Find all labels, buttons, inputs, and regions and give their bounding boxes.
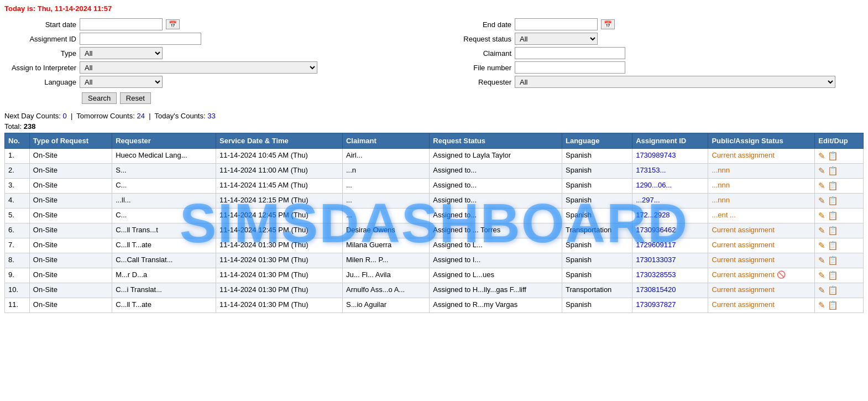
next-day-count[interactable]: 0 [63,112,67,120]
dup-icon[interactable]: 📋 [828,151,838,160]
current-assignment-link[interactable]: Current assignment [712,226,774,234]
table-row: 10.On-SiteC...i Translat...11-14-2024 01… [5,283,864,298]
cell-date: 11-14-2024 01:30 PM (Thu) [216,238,343,253]
cell-claimant: Arnulfo Ass...o A... [342,283,429,298]
reset-button[interactable]: Reset [120,92,151,104]
cell-assignment-id: 1729609117 [632,238,708,253]
edit-icon[interactable]: ✎ [818,270,825,280]
edit-icon[interactable]: ✎ [818,181,825,190]
search-button[interactable]: Search [82,92,117,104]
cell-type: On-Site [29,253,112,268]
end-date-input[interactable] [515,18,598,30]
end-date-label: End date [440,20,511,29]
requester-select[interactable]: All [515,76,835,88]
cell-no: 1. [5,149,30,164]
table-row: 8.On-SiteC...Call Translat...11-14-2024 … [5,253,864,268]
dup-icon[interactable]: 📋 [828,211,838,220]
current-assignment-link[interactable]: ...nnn [712,181,730,189]
type-label: Type [4,49,76,58]
assignment-id-input[interactable] [80,33,201,45]
cell-assignment-id: 1730328553 [632,268,708,283]
dup-icon[interactable]: 📋 [828,196,838,205]
dup-icon[interactable]: 📋 [828,241,838,250]
dup-icon[interactable]: 📋 [828,285,838,295]
cell-status: Assigned to L...ues [430,268,562,283]
table-row: 9.On-SiteM...r D...a11-14-2024 01:30 PM … [5,268,864,283]
cell-no: 3. [5,179,30,194]
table-container: SIMSDASHBOARD No. Type of Request Reques… [4,133,864,313]
start-date-label: Start date [4,20,76,29]
request-status-select[interactable]: All Assigned Pending [515,33,598,45]
cell-requester: ...ll... [112,194,216,209]
cell-language: Spanish [562,164,632,179]
current-assignment-link[interactable]: ...nnn [712,196,730,204]
edit-icon[interactable]: ✎ [818,300,825,310]
cell-edit-dup: ✎ 📋 [815,164,864,179]
today-count[interactable]: 33 [207,112,215,120]
assignment-id-row: Assignment ID [4,32,428,46]
col-type: Type of Request [29,133,112,149]
current-assignment-link[interactable]: Current assignment [712,151,774,159]
dup-icon[interactable]: 📋 [828,300,838,310]
current-assignment-link[interactable]: ...ent ... [712,211,735,219]
claimant-input[interactable] [515,47,625,59]
cell-requester: C...Call Translat... [112,253,216,268]
type-row: Type All On-Site Phone [4,46,428,60]
tomorrow-count[interactable]: 24 [137,112,144,120]
cell-claimant: ... [342,179,429,194]
type-select[interactable]: All On-Site Phone [80,47,163,59]
cell-claimant: ...n [342,164,429,179]
start-date-input[interactable] [80,18,163,30]
cell-public-status: Current assignment [708,298,815,313]
current-assignment-link[interactable]: ...nnn [712,166,730,174]
start-date-calendar-icon[interactable]: 📅 [166,19,180,29]
edit-icon[interactable]: ✎ [818,241,825,250]
cell-claimant: Airl... [342,149,429,164]
claimant-label: Claimant [440,49,511,58]
edit-icon[interactable]: ✎ [818,285,825,295]
today-counts-label: Today's Counts: [155,112,206,120]
table-header: No. Type of Request Requester Service Da… [5,133,864,149]
cell-language: Spanish [562,253,632,268]
col-claimant: Claimant [342,133,429,149]
edit-icon[interactable]: ✎ [818,211,825,220]
file-number-input[interactable] [515,61,625,74]
dup-icon[interactable]: 📋 [828,256,838,265]
language-select[interactable]: All Spanish Transportation [80,76,163,88]
cell-edit-dup: ✎ 📋 [815,179,864,194]
cell-assignment-id: 1730815420 [632,283,708,298]
cell-no: 11. [5,298,30,313]
end-date-calendar-icon[interactable]: 📅 [601,19,615,29]
cell-assignment-id: 172...2928 [632,209,708,223]
dup-icon[interactable]: 📋 [828,226,838,235]
edit-icon[interactable]: ✎ [818,196,825,205]
cell-requester: Hueco Medical Lang... [112,149,216,164]
current-assignment-link[interactable]: Current assignment [712,256,774,264]
cell-assignment-id: 173153... [632,164,708,179]
cell-status: Assigned to... [430,164,562,179]
requester-label: Requester [440,78,511,86]
edit-icon[interactable]: ✎ [818,256,825,265]
cell-date: 11-14-2024 11:45 AM (Thu) [216,179,343,194]
today-bar: Today is: Thu, 11-14-2024 11:57 [4,4,864,13]
cell-language: Spanish [562,268,632,283]
current-assignment-link[interactable]: Current assignment [712,300,774,309]
edit-icon[interactable]: ✎ [818,151,825,160]
current-assignment-link[interactable]: Current assignment [712,285,774,294]
cell-status: Assigned to R...my Vargas [430,298,562,313]
cell-type: On-Site [29,194,112,209]
assign-interpreter-select[interactable]: All [80,61,317,74]
dup-icon[interactable]: 📋 [828,181,838,190]
cell-requester: C...i Translat... [112,283,216,298]
dup-icon[interactable]: 📋 [828,166,838,175]
cell-public-status: ...nnn [708,179,815,194]
dup-icon[interactable]: 📋 [828,270,838,280]
current-assignment-link[interactable]: Current assignment [712,241,774,249]
edit-icon[interactable]: ✎ [818,226,825,235]
table-row: 4.On-Site...ll...11-14-2024 12:15 PM (Th… [5,194,864,209]
left-filters: Start date 📅 Assignment ID Type All On-S… [4,17,428,107]
edit-icon[interactable]: ✎ [818,166,825,175]
cell-assignment-id: 1730989743 [632,149,708,164]
current-assignment-link[interactable]: Current assignment [712,270,774,279]
cell-status: Assigned to... [430,194,562,209]
